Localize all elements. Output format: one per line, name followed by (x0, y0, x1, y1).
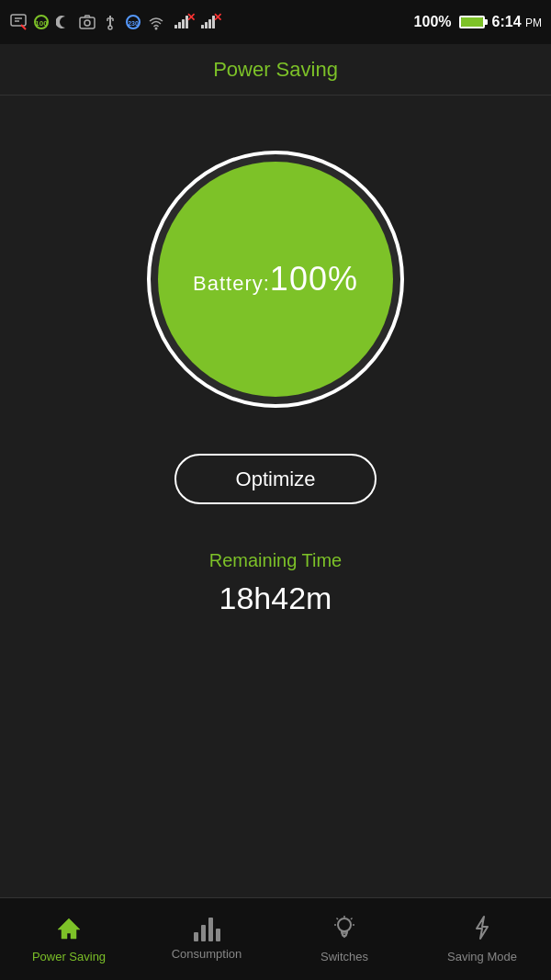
nav-label-switches: Switches (320, 950, 368, 963)
status-bar-right: 100% 6:14 PM (414, 14, 542, 30)
page-title: Power Saving (213, 58, 338, 82)
nav-label-saving-mode: Saving Mode (447, 950, 517, 963)
remaining-time-section: Remaining Time 18h42m (209, 550, 343, 616)
svg-line-21 (337, 918, 339, 920)
nav-label-power-saving: Power Saving (32, 950, 106, 963)
nav-item-switches[interactable]: Switches (276, 898, 413, 980)
battery-icon (459, 16, 485, 28)
svg-rect-0 (11, 15, 26, 26)
signal-x-icon-2: ✕ (197, 13, 219, 31)
header: Power Saving (0, 44, 551, 96)
svg-line-20 (351, 918, 353, 920)
time-display: 6:14 PM (492, 14, 542, 30)
lightning-icon (472, 915, 492, 944)
status-bar: 100 23 (0, 0, 551, 44)
no-notifications-icon (9, 13, 28, 31)
svg-text:100: 100 (35, 19, 48, 28)
nav-item-power-saving[interactable]: Power Saving (0, 898, 138, 980)
svg-point-7 (84, 20, 90, 26)
battery-percent-text: 100% (414, 14, 452, 30)
nav-item-saving-mode[interactable]: Saving Mode (413, 898, 551, 980)
battery-display-text: Battery:100% (193, 260, 358, 299)
svg-rect-6 (80, 17, 95, 28)
wifi-icon (147, 13, 165, 31)
bulb-icon (332, 915, 356, 944)
svg-text:230: 230 (128, 20, 139, 27)
home-icon (56, 915, 82, 944)
signal-x-icon-1: ✕ (170, 13, 192, 31)
nav-item-consumption[interactable]: Consumption (138, 898, 276, 980)
bottom-nav: Power Saving Consumption (0, 897, 551, 980)
optimize-button[interactable]: Optimize (174, 454, 377, 504)
camera-icon (78, 13, 96, 31)
main-content: Battery:100% Optimize Remaining Time 18h… (0, 96, 551, 897)
svg-point-12 (108, 26, 112, 29)
remaining-label: Remaining Time (209, 550, 343, 571)
usb-icon (101, 13, 119, 31)
circular-icon-1: 100 (32, 13, 51, 31)
battery-circle-inner: Battery:100% (158, 162, 393, 397)
bar-chart-icon (194, 918, 220, 941)
svg-point-15 (155, 28, 158, 30)
nav-label-consumption: Consumption (172, 947, 242, 961)
remaining-time-value: 18h42m (209, 580, 343, 616)
svg-point-16 (338, 918, 351, 931)
circular-icon-2: 230 (124, 13, 142, 31)
status-bar-left: 100 23 (9, 13, 219, 31)
battery-circle: Battery:100% (147, 151, 404, 408)
moon-icon (55, 13, 73, 31)
